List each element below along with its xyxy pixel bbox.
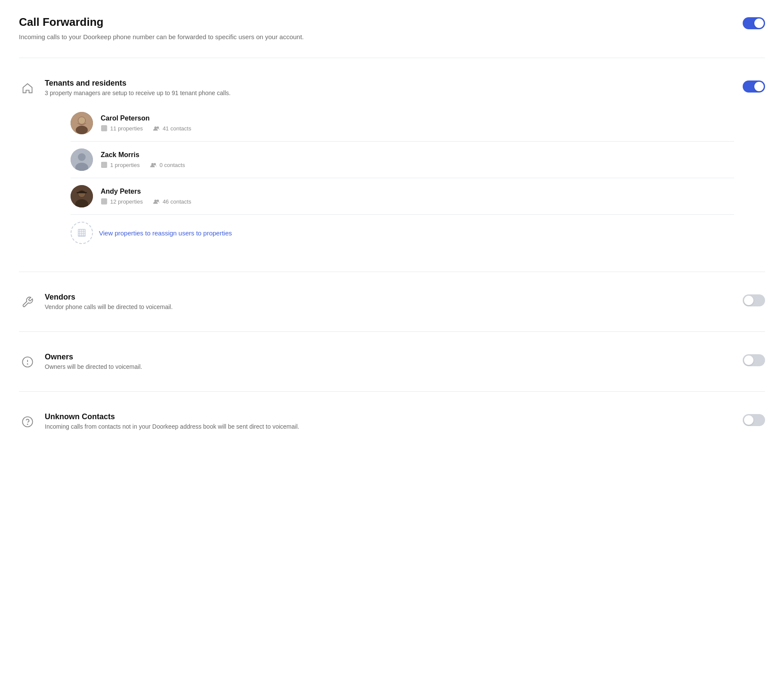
zack-meta: 1 properties 0 conta: [101, 161, 734, 168]
unknown-toggle[interactable]: [743, 414, 765, 426]
carol-properties: 11 properties: [101, 125, 143, 132]
tenants-title: Tenants and residents: [45, 79, 734, 88]
svg-point-48: [27, 364, 28, 364]
wrench-icon: [19, 294, 36, 311]
owner-icon: [19, 353, 36, 371]
carol-meta: 11 properties 41 con: [101, 125, 734, 132]
unknown-section: Unknown Contacts Incoming calls from con…: [19, 404, 765, 439]
toggle-knob: [754, 19, 764, 28]
building-icon-andy: [101, 198, 108, 205]
user-row-andy: Andy Peters: [71, 178, 734, 215]
tenants-section: Tenants and residents 3 property manager…: [19, 70, 765, 260]
divider-2: [19, 272, 765, 272]
carol-properties-text: 11 properties: [110, 125, 143, 132]
tenants-toggle-knob: [754, 82, 764, 91]
contacts-icon-carol: [153, 125, 160, 132]
owners-toggle[interactable]: [743, 354, 765, 366]
call-forwarding-toggle[interactable]: [743, 17, 765, 29]
zack-properties: 1 properties: [101, 161, 140, 168]
avatar-andy: [71, 185, 93, 207]
vendors-content: Vendors Vendor phone calls will be direc…: [45, 293, 734, 310]
svg-point-2: [76, 126, 88, 134]
house-icon: [19, 80, 36, 97]
toggle-slider[interactable]: [743, 17, 765, 29]
building-icon-zack: [101, 161, 108, 168]
page-title: Call Forwarding: [19, 15, 743, 29]
vendors-desc: Vendor phone calls will be directed to v…: [45, 303, 734, 310]
divider-4: [19, 391, 765, 392]
tenants-toggle[interactable]: [743, 80, 765, 93]
avatar-zack: [71, 148, 93, 171]
user-row-carol: Carol Peterson: [71, 105, 734, 142]
owners-section: Owners Owners will be directed to voicem…: [19, 344, 765, 379]
zack-contacts-text: 0 contacts: [160, 162, 185, 168]
andy-meta: 12 properties 46 con: [101, 198, 734, 205]
tenants-desc: 3 property managers are setup to receive…: [45, 90, 734, 96]
vendors-toggle[interactable]: [743, 294, 765, 306]
andy-properties-text: 12 properties: [110, 198, 143, 205]
owners-content: Owners Owners will be directed to voicem…: [45, 352, 734, 370]
tenants-content: Tenants and residents 3 property manager…: [45, 79, 734, 251]
vendors-toggle-knob: [744, 296, 753, 305]
svg-point-14: [78, 153, 86, 161]
call-forwarding-header: Call Forwarding Incoming calls to your D…: [19, 15, 765, 44]
vendors-title: Vendors: [45, 293, 734, 302]
vendors-toggle-slider[interactable]: [743, 294, 765, 306]
zack-contacts: 0 contacts: [150, 161, 185, 168]
vendors-section: Vendors Vendor phone calls will be direc…: [19, 284, 765, 319]
carol-name: Carol Peterson: [101, 114, 734, 122]
unknown-title: Unknown Contacts: [45, 412, 734, 421]
owners-toggle-knob: [744, 356, 753, 365]
zack-name: Zack Morris: [101, 151, 734, 159]
zack-info: Zack Morris: [101, 151, 734, 168]
divider-3: [19, 331, 765, 332]
view-properties-row: View properties to reassign users to pro…: [71, 215, 734, 251]
dashed-circle-icon: [71, 222, 93, 244]
zack-properties-text: 1 properties: [110, 162, 140, 168]
contacts-icon-andy: [153, 198, 160, 205]
view-properties-link[interactable]: View properties to reassign users to pro…: [99, 229, 232, 237]
building-icon-carol: [101, 125, 108, 132]
carol-contacts: 41 contacts: [153, 125, 191, 132]
andy-properties: 12 properties: [101, 198, 143, 205]
unknown-content: Unknown Contacts Incoming calls from con…: [45, 412, 734, 430]
andy-info: Andy Peters: [101, 188, 734, 205]
svg-point-49: [22, 417, 32, 427]
andy-name: Andy Peters: [101, 188, 734, 195]
svg-rect-29: [77, 192, 87, 193]
andy-contacts: 46 contacts: [153, 198, 191, 205]
avatar-carol: [71, 112, 93, 134]
unknown-desc: Incoming calls from contacts not in your…: [45, 423, 734, 430]
page-subtitle: Incoming calls to your Doorkeep phone nu…: [19, 33, 743, 40]
andy-contacts-text: 46 contacts: [163, 198, 191, 205]
tenants-toggle-slider[interactable]: [743, 80, 765, 93]
carol-contacts-text: 41 contacts: [163, 125, 191, 132]
svg-point-50: [27, 424, 28, 424]
unknown-icon: [19, 413, 36, 430]
divider-1: [19, 58, 765, 58]
user-row-zack: Zack Morris: [71, 142, 734, 178]
carol-info: Carol Peterson: [101, 114, 734, 132]
owners-toggle-slider[interactable]: [743, 354, 765, 366]
header-text: Call Forwarding Incoming calls to your D…: [19, 15, 743, 44]
contacts-icon-zack: [150, 161, 157, 168]
owners-title: Owners: [45, 352, 734, 362]
unknown-toggle-slider[interactable]: [743, 414, 765, 426]
users-list: Carol Peterson: [71, 105, 734, 251]
unknown-toggle-knob: [744, 415, 753, 425]
owners-desc: Owners will be directed to voicemail.: [45, 363, 734, 370]
svg-point-3: [78, 117, 85, 124]
